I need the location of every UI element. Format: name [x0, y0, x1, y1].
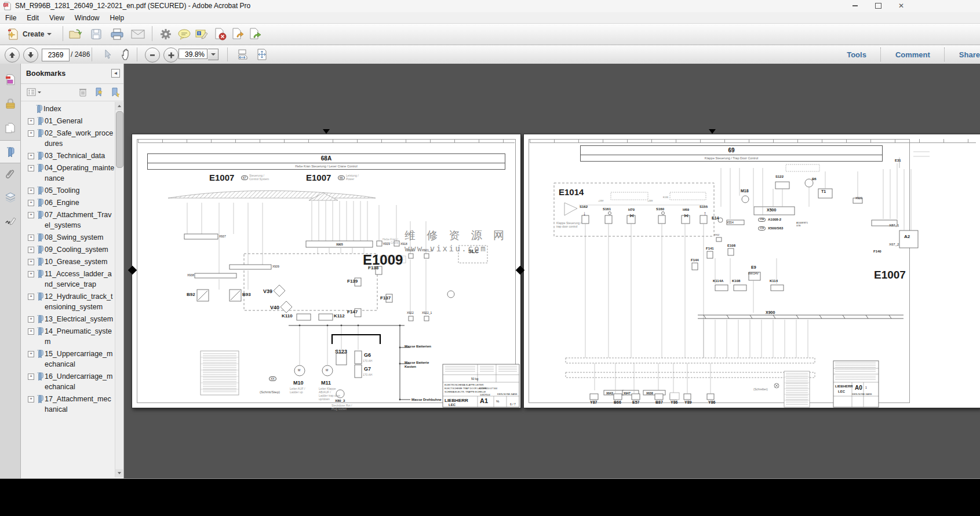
expand-icon[interactable]: +	[28, 153, 34, 159]
page-delete-icon	[213, 28, 227, 41]
expand-icon[interactable]: +	[28, 316, 34, 323]
expand-icon[interactable]: +	[28, 351, 34, 357]
settings-button[interactable]	[158, 27, 174, 42]
print-button[interactable]	[109, 27, 125, 42]
bookmark-item[interactable]: +05_Tooling	[22, 185, 115, 196]
tab-tools[interactable]: Tools	[833, 50, 880, 59]
bookmark-item[interactable]: +04_Operating_maintenance	[22, 163, 115, 184]
expand-icon[interactable]: +	[28, 165, 34, 171]
expand-icon[interactable]: +	[28, 188, 34, 194]
bookmark-item[interactable]: +12_Hydraulic_track_tensioning_system	[22, 291, 115, 312]
page-number-input[interactable]	[42, 49, 70, 61]
expand-icon[interactable]: +	[28, 130, 34, 137]
schematic-label: KEIN-NONE-SANS	[497, 393, 517, 396]
page-top-marker[interactable]	[709, 129, 716, 134]
bookmark-item[interactable]: +10_Grease_system	[22, 257, 115, 267]
open-file-button[interactable]	[67, 27, 83, 42]
menu-edit[interactable]: Edit	[21, 12, 44, 22]
layers-pane-button[interactable]	[0, 186, 20, 208]
schematic-label: S161	[603, 207, 611, 211]
scrollbar-thumb[interactable]	[116, 111, 123, 168]
menu-file[interactable]: File	[0, 12, 21, 22]
schematic-label: X554	[727, 221, 734, 224]
bookmark-item[interactable]: +13_Electrical_system	[22, 314, 115, 324]
zoom-in-button[interactable]	[163, 47, 178, 63]
fit-page-button[interactable]	[254, 47, 270, 62]
bookmark-item[interactable]: +02_Safe_work_procedures	[22, 128, 115, 149]
expand-icon[interactable]: +	[28, 259, 34, 265]
expand-icon[interactable]: +	[28, 396, 34, 402]
bookmark-item[interactable]: +01_General	[22, 116, 115, 126]
expand-icon[interactable]: +	[28, 247, 34, 253]
email-button[interactable]	[130, 27, 146, 42]
zoom-out-button[interactable]	[145, 47, 160, 63]
zoom-dropdown-button[interactable]	[208, 49, 218, 60]
save-button[interactable]	[88, 27, 104, 42]
delete-bookmark-button[interactable]	[76, 86, 89, 98]
next-page-button[interactable]	[23, 47, 38, 63]
expand-icon[interactable]: +	[28, 328, 34, 335]
page-content-pane-button[interactable]	[0, 68, 20, 90]
export-button[interactable]	[247, 27, 263, 42]
scroll-up-button[interactable]	[115, 102, 123, 110]
comment-button[interactable]	[176, 27, 192, 42]
expand-icon[interactable]: +	[28, 235, 34, 241]
attachments-pane-button[interactable]	[0, 163, 20, 185]
bookmark-item[interactable]: +14_Pneumatic_system	[22, 326, 115, 347]
bookmark-item[interactable]: +15_Uppercarriage_mechanical	[22, 349, 115, 369]
menu-help[interactable]: Help	[105, 12, 130, 22]
select-tool-button[interactable]	[100, 47, 116, 62]
bookmark-item[interactable]: +11_Access_ladder_and_service_trap	[22, 269, 115, 290]
screen-letterbox	[0, 479, 980, 516]
bookmark-item[interactable]: +07_Attachment_Travel_systems	[22, 210, 115, 230]
chevron-down-icon	[47, 33, 52, 35]
bookmarks-toolbar	[21, 83, 123, 101]
previous-page-button[interactable]	[5, 47, 20, 63]
schematic-label: K114A	[713, 279, 723, 283]
bookmark-options-button[interactable]	[25, 86, 43, 98]
expand-icon[interactable]: +	[28, 118, 34, 125]
fit-width-button[interactable]	[234, 47, 250, 62]
document-pane[interactable]: 68A Hebe Kran Steuerung / Lever Crane Co…	[124, 64, 980, 478]
thumbnails-pane-button[interactable]	[0, 117, 20, 139]
zoom-level-field[interactable]: 39.8%	[178, 49, 207, 59]
schematic-label: K131	[663, 196, 668, 199]
bookmark-item[interactable]: +03_Technical_data	[22, 151, 115, 161]
expand-icon[interactable]: +	[28, 294, 34, 300]
close-button[interactable]: ✕	[892, 1, 910, 10]
bookmark-item[interactable]: Index	[22, 104, 115, 114]
page-top-marker[interactable]	[323, 129, 330, 134]
minimize-button[interactable]	[846, 1, 864, 10]
bookmarks-pane-button[interactable]	[0, 140, 20, 163]
bookmark-item[interactable]: +08_Swing_system	[22, 232, 115, 243]
hand-tool-button[interactable]	[118, 47, 134, 62]
collapse-panel-button[interactable]: ◄	[111, 69, 120, 78]
bookmark-item[interactable]: +06_Engine	[22, 197, 115, 208]
security-pane-button[interactable]	[0, 93, 20, 115]
menu-window[interactable]: Window	[70, 12, 105, 22]
delete-pages-button[interactable]	[212, 27, 228, 42]
bookmark-item-icon	[35, 104, 43, 114]
create-button[interactable]: Create	[3, 27, 55, 42]
bookmark-item[interactable]: +09_Cooling_system	[22, 244, 115, 255]
scroll-down-button[interactable]	[115, 469, 123, 477]
schematic-label: V40	[270, 305, 279, 311]
signatures-pane-button[interactable]	[0, 210, 20, 232]
tab-comment[interactable]: Comment	[881, 50, 944, 59]
expand-icon[interactable]: +	[28, 374, 34, 380]
expand-icon[interactable]: +	[28, 200, 34, 206]
bookmarks-scrollbar[interactable]	[115, 102, 123, 477]
pdf-page-left: 68A Hebe Kran Steuerung / Lever Crane Co…	[132, 134, 521, 408]
bookmark-item[interactable]: +16_Undercarriage_mechanical	[22, 371, 115, 392]
menu-view[interactable]: View	[44, 12, 70, 22]
new-bookmark-button[interactable]	[93, 86, 105, 98]
text-note-button[interactable]: T	[194, 27, 210, 42]
expand-icon[interactable]: +	[28, 212, 34, 218]
bookmark-item[interactable]: +17_Attachment_mechanical	[22, 394, 115, 415]
bookmark-flag-button[interactable]	[109, 86, 122, 98]
tab-share[interactable]: Share	[945, 50, 980, 59]
paperclip-icon	[5, 169, 16, 180]
maximize-button[interactable]	[869, 1, 887, 10]
expand-icon[interactable]: +	[28, 271, 34, 277]
replace-pages-button[interactable]	[229, 27, 246, 42]
